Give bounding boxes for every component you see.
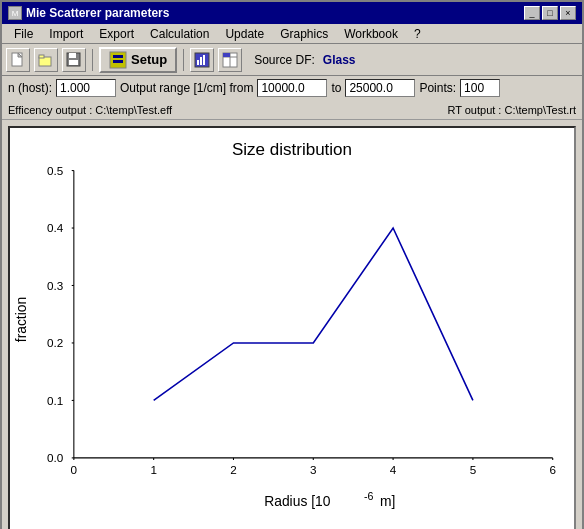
svg-rect-6: [69, 60, 78, 65]
rt-output-label: RT output : C:\temp\Test.rt: [447, 104, 576, 116]
chart-container: Size distribution 0.0: [8, 126, 576, 529]
menu-bar: File Import Export Calculation Update Gr…: [2, 24, 582, 44]
menu-graphics[interactable]: Graphics: [272, 25, 336, 43]
params-row: n (host): Output range [1/cm] from to Po…: [2, 76, 582, 100]
range-to-input[interactable]: [345, 79, 415, 97]
svg-rect-8: [113, 55, 123, 58]
svg-text:m]: m]: [380, 493, 395, 509]
output-row: Efficency output : C:\temp\Test.eff RT o…: [2, 100, 582, 120]
toolbar: Setup Source DF: Glass: [2, 44, 582, 76]
svg-text:0.5: 0.5: [47, 164, 64, 177]
menu-export[interactable]: Export: [91, 25, 142, 43]
toolbar-separator-2: [183, 49, 184, 71]
chart-svg: Size distribution 0.0: [10, 128, 574, 529]
svg-text:-6: -6: [364, 490, 374, 502]
setup-button[interactable]: Setup: [99, 47, 177, 73]
menu-import[interactable]: Import: [41, 25, 91, 43]
svg-rect-3: [39, 55, 44, 58]
minimize-button[interactable]: _: [524, 6, 540, 20]
svg-text:0.2: 0.2: [47, 336, 63, 349]
open-icon: [38, 52, 54, 68]
window-title: Mie Scatterer parameters: [26, 6, 169, 20]
svg-text:0.0: 0.0: [47, 451, 64, 464]
toolbar-separator-1: [92, 49, 93, 71]
source-icon-1[interactable]: [190, 48, 214, 72]
chart-area: Size distribution 0.0: [2, 120, 582, 529]
svg-text:4: 4: [390, 463, 397, 476]
range-from-input[interactable]: [257, 79, 327, 97]
svg-rect-11: [197, 60, 199, 65]
svg-text:6: 6: [549, 463, 556, 476]
close-button[interactable]: ×: [560, 6, 576, 20]
menu-file[interactable]: File: [6, 25, 41, 43]
x-axis-label: Radius [10: [264, 493, 330, 509]
new-button[interactable]: [6, 48, 30, 72]
svg-rect-17: [223, 53, 230, 57]
n-host-input[interactable]: [56, 79, 116, 97]
range-to-label: to: [331, 81, 341, 95]
chart-icon: [194, 52, 210, 68]
setup-icon: [109, 51, 127, 69]
output-range-label: Output range [1/cm] from: [120, 81, 253, 95]
svg-text:0.4: 0.4: [47, 221, 64, 234]
svg-text:1: 1: [150, 463, 157, 476]
window-controls: _ □ ×: [524, 6, 576, 20]
y-axis-label: fraction: [13, 297, 29, 342]
setup-label: Setup: [131, 52, 167, 67]
app-icon: M: [8, 6, 22, 20]
menu-calculation[interactable]: Calculation: [142, 25, 217, 43]
svg-rect-5: [69, 53, 76, 58]
source-icon-2[interactable]: [218, 48, 242, 72]
source-df-value: Glass: [323, 53, 356, 67]
save-button[interactable]: [62, 48, 86, 72]
table-icon: [222, 52, 238, 68]
points-label: Points:: [419, 81, 456, 95]
main-window: M Mie Scatterer parameters _ □ × File Im…: [0, 0, 584, 529]
maximize-button[interactable]: □: [542, 6, 558, 20]
source-df-label: Source DF:: [254, 53, 315, 67]
svg-rect-12: [200, 57, 202, 65]
menu-help[interactable]: ?: [406, 25, 429, 43]
title-bar: M Mie Scatterer parameters _ □ ×: [2, 2, 582, 24]
svg-text:0: 0: [71, 463, 78, 476]
svg-text:5: 5: [470, 463, 477, 476]
svg-text:0.3: 0.3: [47, 279, 63, 292]
chart-title: Size distribution: [232, 140, 352, 159]
menu-workbook[interactable]: Workbook: [336, 25, 406, 43]
new-icon: [10, 52, 26, 68]
open-button[interactable]: [34, 48, 58, 72]
chart-line: [154, 228, 473, 400]
title-bar-left: M Mie Scatterer parameters: [8, 6, 169, 20]
points-input[interactable]: [460, 79, 500, 97]
efficiency-output-label: Efficency output : C:\temp\Test.eff: [8, 104, 172, 116]
n-host-label: n (host):: [8, 81, 52, 95]
svg-rect-9: [113, 60, 123, 63]
svg-text:2: 2: [230, 463, 237, 476]
svg-rect-13: [203, 55, 205, 65]
svg-text:0.1: 0.1: [47, 394, 63, 407]
save-icon: [66, 52, 82, 68]
menu-update[interactable]: Update: [217, 25, 272, 43]
svg-text:3: 3: [310, 463, 317, 476]
